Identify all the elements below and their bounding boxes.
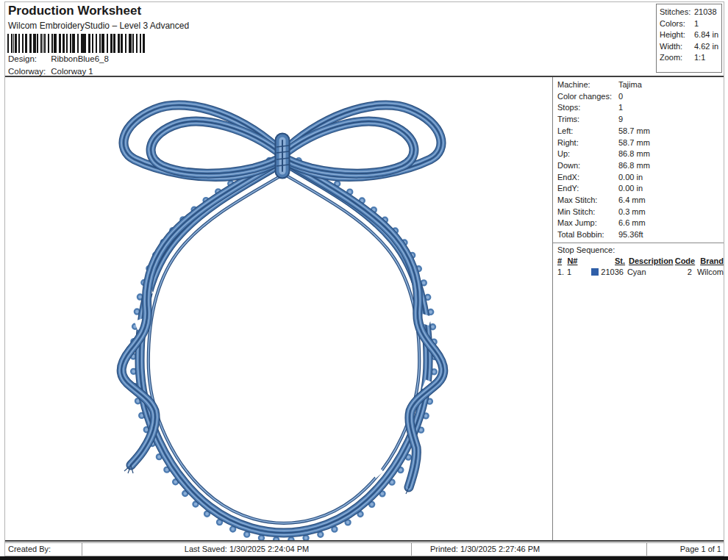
machine-info-panel: Machine:Tajima Color changes:0 Stops:1 T…	[553, 77, 724, 540]
kv-machine: Machine:Tajima	[557, 79, 724, 91]
kv-up: Up:86.8 mm	[557, 148, 724, 160]
colorway-label: Colorway:	[8, 67, 49, 76]
stop-sequence-title: Stop Sequence:	[553, 243, 724, 256]
footer-divider	[5, 540, 724, 542]
window-bottom-edge	[0, 556, 728, 560]
stat-stitches: Stitches:21038	[660, 7, 721, 18]
footer-page-number: Page 1 of 1	[646, 543, 724, 556]
stop-sequence-row: 1. 1 21036 Cyan 2 Wilcom	[557, 267, 724, 278]
thread-code: 2	[671, 267, 692, 278]
col-header-code: Code	[674, 256, 695, 267]
kv-endx: EndX:0.00 in	[557, 172, 724, 184]
ribbon-tail-right	[286, 161, 443, 487]
colorway-value: Colorway 1	[51, 67, 93, 76]
kv-max-jump: Max Jump:6.6 mm	[557, 218, 724, 229]
colorway-row: Colorway: Colorway 1	[8, 67, 93, 76]
kv-max-stitch: Max Stitch:6.4 mm	[557, 195, 724, 207]
kv-min-stitch: Min Stitch:0.3 mm	[557, 207, 724, 218]
machine-kv-list: Machine:Tajima Color changes:0 Stops:1 T…	[553, 77, 724, 241]
stitch-count: 21036	[601, 267, 624, 278]
bow-loop-right-inner	[282, 121, 414, 173]
footer-last-saved: Last Saved: 1/30/2025 2:24:04 PM	[82, 543, 411, 556]
thread-brand: Wilcom	[692, 267, 724, 278]
stat-zoom: Zoom:1:1	[660, 52, 721, 64]
worksheet-page: Production Worksheet Wilcom EmbroiderySt…	[4, 1, 724, 556]
col-header-description: Description	[625, 256, 674, 267]
design-name-row: Design: RibbonBlue6_8	[8, 54, 109, 63]
thread-description: Cyan	[624, 267, 671, 278]
barcode-icon	[7, 34, 145, 53]
footer-printed: Printed: 1/30/2025 2:27:46 PM	[411, 543, 646, 556]
col-header-st: St.	[580, 256, 625, 267]
bow-knot	[276, 140, 289, 171]
design-value: RibbonBlue6_8	[51, 54, 109, 63]
design-label: Design:	[8, 54, 49, 63]
footer-bar: Created By: Last Saved: 1/30/2025 2:24:0…	[5, 542, 724, 556]
design-preview-image	[5, 77, 552, 541]
stat-width: Width:4.62 in	[660, 41, 721, 53]
kv-endy: EndY:0.00 in	[557, 183, 724, 195]
trim-gaps	[139, 286, 430, 475]
stop-sequence-table: # N# St. Description Code Brand 1. 1 210…	[553, 256, 724, 278]
bow-loop-left-inner	[151, 121, 282, 173]
design-preview-area	[5, 77, 552, 541]
kv-down: Down:86.8 mm	[557, 160, 724, 172]
kv-stops: Stops:1	[557, 102, 724, 114]
stop-sequence-header-row: # N# St. Description Code Brand	[557, 256, 724, 267]
summary-stats-box: Stitches:21038 Colors:1 Height:6.84 in W…	[656, 4, 722, 73]
col-header-nnum: N#	[567, 256, 579, 267]
stat-height: Height:6.84 in	[660, 29, 721, 41]
kv-total-bobbin: Total Bobbin:95.36ft	[557, 229, 724, 241]
software-subtitle: Wilcom EmbroideryStudio – Level 3 Advanc…	[8, 21, 189, 31]
col-header-brand: Brand	[695, 256, 724, 267]
kv-left: Left:58.7 mm	[557, 126, 724, 137]
kv-color-changes: Color changes:0	[557, 91, 724, 103]
col-header-num: #	[557, 256, 567, 267]
thread-color-swatch	[591, 268, 599, 276]
stat-colors: Colors:1	[660, 18, 721, 30]
kv-right: Right:58.7 mm	[557, 137, 724, 149]
page-title: Production Worksheet	[8, 4, 141, 18]
kv-trims: Trims:9	[557, 114, 724, 126]
footer-created-by: Created By:	[5, 543, 82, 556]
